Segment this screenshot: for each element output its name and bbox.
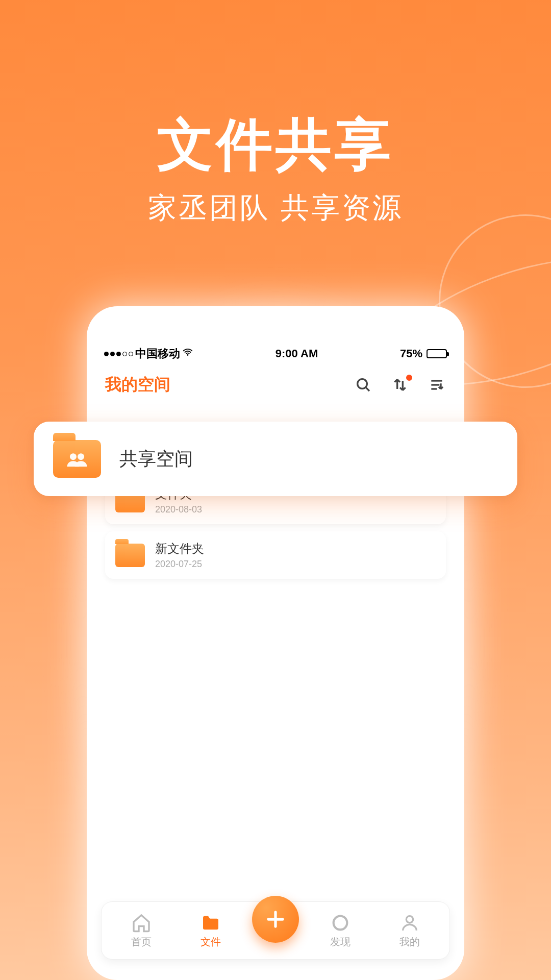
svg-point-0 (187, 354, 189, 356)
shared-space-label: 共享空间 (119, 447, 193, 472)
battery-pct: 75% (400, 347, 422, 360)
plus-icon (265, 909, 286, 930)
tab-mine[interactable]: 我的 (382, 913, 438, 949)
hero-subtitle: 家丞团队 共享资源 (0, 189, 551, 228)
tab-bar: 首页 文件 发现 我的 (101, 901, 450, 960)
promo-background: 文件共享 家丞团队 共享资源 中国移动 9:00 AM 75% (0, 0, 551, 980)
notification-dot-icon (406, 375, 412, 381)
shared-folder-icon (53, 440, 101, 478)
hero-title: 文件共享 (0, 107, 551, 183)
file-name: 新文件夹 (155, 541, 204, 557)
file-date: 2020-08-03 (155, 504, 202, 515)
filter-icon[interactable] (428, 376, 446, 394)
file-date: 2020-07-25 (155, 559, 204, 570)
home-icon (131, 913, 152, 933)
add-button[interactable] (252, 896, 299, 943)
circle-icon (330, 913, 350, 933)
wifi-icon (182, 347, 193, 361)
tab-label: 文件 (201, 935, 221, 949)
tab-discover[interactable]: 发现 (312, 913, 368, 949)
tab-home[interactable]: 首页 (113, 913, 169, 949)
tab-label: 我的 (399, 935, 420, 949)
search-icon[interactable] (354, 376, 372, 394)
folder-icon (201, 913, 221, 933)
signal-dots-icon (104, 352, 133, 356)
svg-point-11 (78, 453, 84, 460)
page-title[interactable]: 我的空间 (105, 374, 170, 396)
svg-point-10 (70, 453, 77, 460)
status-bar: 中国移动 9:00 AM 75% (101, 346, 450, 369)
status-bar-left: 中国移动 (104, 346, 193, 361)
app-header: 我的空间 (101, 369, 450, 405)
phone-mockup: 中国移动 9:00 AM 75% 我的空间 (87, 306, 464, 980)
svg-point-9 (406, 916, 413, 922)
tab-label: 发现 (330, 935, 350, 949)
list-item[interactable]: 新文件夹 2020-07-25 (105, 531, 446, 579)
status-time: 9:00 AM (276, 347, 318, 360)
status-bar-right: 75% (400, 347, 447, 360)
folder-icon (115, 544, 145, 567)
user-icon (399, 913, 420, 933)
carrier-label: 中国移动 (135, 346, 180, 361)
svg-line-2 (366, 387, 369, 391)
tab-label: 首页 (131, 935, 152, 949)
svg-point-1 (358, 379, 367, 389)
tab-files[interactable]: 文件 (183, 913, 239, 949)
svg-point-8 (334, 916, 347, 929)
battery-icon (427, 349, 447, 358)
sort-icon[interactable] (391, 376, 409, 394)
phone-screen: 中国移动 9:00 AM 75% 我的空间 (87, 306, 464, 980)
shared-space-card[interactable]: 共享空间 (34, 422, 517, 496)
